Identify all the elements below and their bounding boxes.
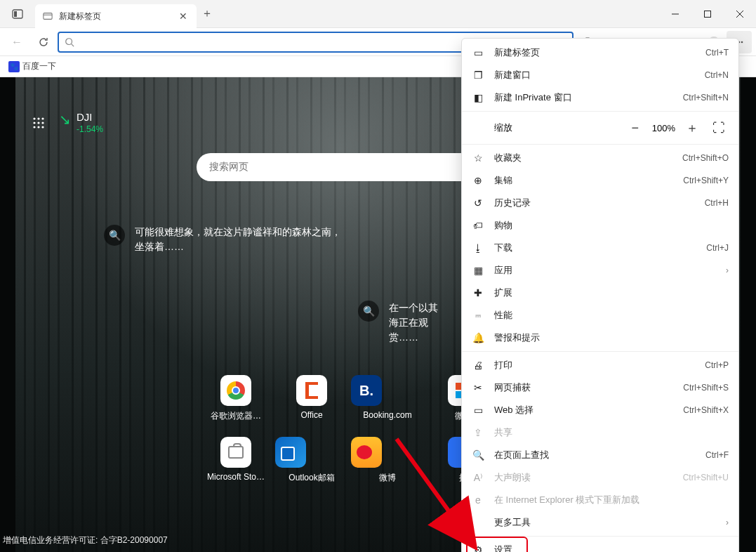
office-icon: [305, 382, 318, 399]
svg-line-9: [72, 44, 74, 46]
capture-icon: ✂: [472, 382, 484, 393]
fullscreen-button[interactable]: ⛶: [709, 118, 729, 138]
find-icon: 🔍: [472, 449, 484, 461]
tile-label: Booking.com: [351, 410, 424, 420]
apps-icon: ▦: [472, 265, 484, 276]
bookmark-label: 百度一下: [22, 60, 56, 72]
minimize-button[interactable]: [659, 0, 691, 28]
quick-link[interactable]: 微博: [351, 437, 424, 499]
maximize-button[interactable]: [691, 0, 724, 28]
tab-close-button[interactable]: ✕: [177, 10, 190, 22]
apps-grid-icon[interactable]: [32, 117, 45, 129]
inprivate-icon: ◧: [472, 92, 484, 103]
stock-change: -1.54%: [77, 124, 103, 134]
svg-point-26: [33, 126, 35, 128]
zoom-value: 100%: [652, 123, 675, 133]
menu-collections[interactable]: ⊕集锦Ctrl+Shift+Y: [462, 169, 738, 192]
titlebar: 新建标签页 ✕ ＋: [0, 0, 756, 28]
booking-icon: B.: [351, 375, 382, 406]
menu-zoom-row: 缩放 − 100% ＋ ⛶: [462, 114, 738, 142]
select-icon: ▭: [472, 405, 484, 416]
stock-down-icon: ↘: [59, 111, 71, 134]
quick-link[interactable]: Outlook邮箱: [275, 437, 348, 499]
bookmark-item[interactable]: 🐾 百度一下: [8, 60, 56, 72]
menu-extensions[interactable]: ✚扩展: [462, 282, 738, 304]
svg-point-19: [741, 41, 743, 43]
quick-link[interactable]: Microsoft Sto…: [199, 437, 272, 499]
menu-more-tools[interactable]: 更多工具›: [462, 511, 738, 534]
zoom-out-button[interactable]: −: [625, 118, 645, 138]
search-icon: [65, 37, 74, 47]
history-icon: ↺: [472, 197, 484, 209]
stock-widget[interactable]: ↘ DJI -1.54%: [59, 111, 103, 134]
outlook-icon: [275, 437, 306, 468]
tab-favicon-icon: [42, 11, 53, 22]
quick-links-grid: 谷歌浏览器… Office B.Booking.com 微软 Microsoft…: [199, 375, 500, 499]
chevron-right-icon: ›: [726, 518, 729, 527]
menu-find[interactable]: 🔍在页面上查找Ctrl+F: [462, 444, 738, 466]
menu-shopping[interactable]: 🏷购物: [462, 214, 738, 237]
menu-inprivate[interactable]: ◧新建 InPrivate 窗口Ctrl+Shift+N: [462, 86, 738, 109]
stock-symbol: DJI: [77, 111, 103, 123]
menu-apps[interactable]: ▦应用›: [462, 259, 738, 282]
tile-label: Microsoft Sto…: [199, 472, 272, 482]
quick-link[interactable]: B.Booking.com: [351, 375, 424, 437]
browser-tab[interactable]: 新建标签页 ✕: [35, 4, 197, 28]
pulse-icon: ⎓: [472, 310, 484, 321]
chevron-right-icon: ›: [726, 265, 729, 275]
svg-point-23: [33, 121, 35, 124]
tab-icon: ▭: [472, 47, 484, 58]
tab-actions-button[interactable]: [0, 0, 35, 27]
menu-read-aloud: A⁾大声朗读Ctrl+Shift+U: [462, 466, 738, 489]
speaker-icon: A⁾: [472, 472, 484, 483]
svg-point-24: [37, 121, 39, 124]
menu-print[interactable]: 🖨打印Ctrl+P: [462, 354, 738, 376]
refresh-button[interactable]: [31, 31, 56, 53]
tile-label: 微博: [351, 472, 424, 484]
svg-point-22: [41, 117, 44, 119]
menu-new-tab[interactable]: ▭新建标签页Ctrl+T: [462, 41, 738, 64]
tile-label: Outlook邮箱: [275, 472, 348, 484]
window-icon: ❐: [472, 70, 484, 81]
weibo-icon: [351, 437, 382, 468]
feed-card[interactable]: 🔍 在一个以其海正在观赏……: [358, 301, 442, 345]
gear-icon: ⚙: [472, 544, 484, 552]
menu-new-window[interactable]: ❐新建窗口Ctrl+N: [462, 64, 738, 86]
menu-web-select[interactable]: ▭Web 选择Ctrl+Shift+X: [462, 399, 738, 421]
menu-share: ⇪共享: [462, 421, 738, 444]
menu-ie-mode: e在 Internet Explorer 模式下重新加载: [462, 489, 738, 511]
menu-favorites[interactable]: ☆收藏夹Ctrl+Shift+O: [462, 147, 738, 169]
menu-alerts[interactable]: 🔔警报和提示: [462, 327, 738, 349]
menu-settings[interactable]: ⚙设置: [462, 539, 738, 552]
menu-capture[interactable]: ✂网页捕获Ctrl+Shift+S: [462, 376, 738, 399]
new-tab-button[interactable]: ＋: [197, 0, 218, 27]
feed-text: 可能很难想象，就在这片静谧祥和的森林之南，坐落着……: [135, 225, 343, 254]
ntp-search-placeholder: 搜索网页: [209, 161, 248, 173]
zoom-label: 缩放: [472, 121, 618, 134]
close-window-button[interactable]: [724, 0, 756, 28]
menu-history[interactable]: ↺历史记录Ctrl+H: [462, 192, 738, 214]
tag-icon: 🏷: [472, 220, 484, 231]
ie-icon: e: [472, 494, 484, 506]
window-controls: [659, 0, 756, 27]
quick-link[interactable]: Office: [275, 375, 348, 437]
extensions-icon: ✚: [472, 287, 484, 298]
search-icon: 🔍: [104, 225, 125, 246]
feed-card[interactable]: 🔍 可能很难想象，就在这片静谧祥和的森林之南，坐落着……: [104, 225, 343, 254]
svg-rect-2: [44, 13, 52, 20]
print-icon: 🖨: [472, 360, 484, 371]
footer-license: 增值电信业务经营许可证: 合字B2-20090007: [3, 534, 168, 546]
tile-label: 谷歌浏览器…: [199, 410, 272, 422]
store-icon: [228, 446, 244, 459]
star-icon: ☆: [472, 152, 484, 164]
tile-label: Office: [275, 410, 348, 420]
collections-icon: ⊕: [472, 175, 484, 186]
back-button[interactable]: ←: [4, 31, 29, 53]
menu-performance[interactable]: ⎓性能: [462, 304, 738, 327]
menu-downloads[interactable]: ⭳下载Ctrl+J: [462, 237, 738, 259]
download-icon: ⭳: [472, 242, 484, 254]
zoom-in-button[interactable]: ＋: [682, 118, 702, 138]
app-menu: ▭新建标签页Ctrl+T ❐新建窗口Ctrl+N ◧新建 InPrivate 窗…: [461, 38, 739, 552]
quick-link[interactable]: 谷歌浏览器…: [199, 375, 272, 437]
bell-icon: 🔔: [472, 332, 484, 343]
